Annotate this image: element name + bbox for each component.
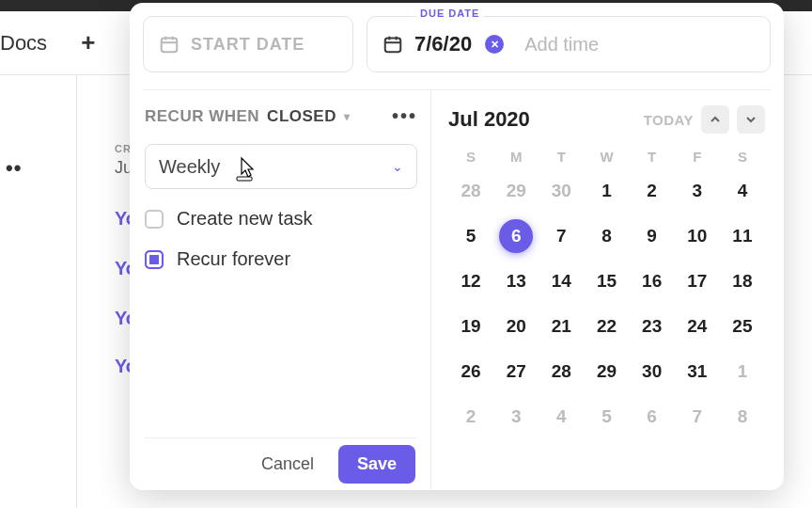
- cancel-button[interactable]: Cancel: [246, 447, 329, 482]
- calendar-day[interactable]: 2: [630, 181, 675, 201]
- calendar-day: 30: [539, 181, 584, 201]
- svg-rect-2: [237, 177, 252, 181]
- calendar-day[interactable]: 22: [584, 316, 629, 337]
- calendar-day[interactable]: 26: [448, 361, 493, 382]
- calendar-day: 2: [448, 406, 493, 427]
- calendar-day: 7: [675, 406, 720, 427]
- calendar-day[interactable]: 29: [584, 361, 629, 382]
- clear-due-date-button[interactable]: ✕: [485, 35, 504, 54]
- calendar-day: 5: [584, 406, 629, 427]
- recur-pane: RECUR WHEN CLOSED ▾ ••• Weekly ⌄ Create …: [143, 90, 430, 490]
- add-time-button[interactable]: Add time: [524, 34, 599, 56]
- recur-label: RECUR WHEN: [145, 107, 259, 126]
- left-gutter: [0, 75, 77, 508]
- calendar-day[interactable]: 18: [720, 271, 765, 292]
- calendar-day[interactable]: 5: [448, 226, 493, 246]
- calendar-day[interactable]: 19: [448, 316, 493, 337]
- frequency-select[interactable]: Weekly ⌄: [145, 144, 417, 189]
- next-month-button[interactable]: [737, 105, 765, 134]
- calendar-day[interactable]: 9: [630, 226, 675, 246]
- weekday-label: W: [584, 149, 629, 165]
- weekday-label: S: [720, 149, 765, 165]
- weekday-header: SMTWTFS: [448, 149, 765, 165]
- prev-month-button[interactable]: [701, 105, 729, 134]
- calendar-day[interactable]: 27: [493, 361, 539, 382]
- today-button[interactable]: TODAY: [644, 112, 694, 128]
- calendar-icon: [383, 34, 403, 55]
- calendar-day[interactable]: 11: [720, 226, 765, 246]
- add-icon[interactable]: +: [81, 28, 95, 57]
- start-date-field[interactable]: START DATE: [143, 16, 353, 72]
- calendar-day[interactable]: 6: [493, 226, 539, 246]
- calendar-day: 28: [448, 181, 493, 201]
- due-date-value: 7/6/20: [414, 32, 472, 56]
- recur-forever-label: Recur forever: [177, 248, 290, 270]
- calendar-day[interactable]: 15: [584, 271, 629, 292]
- calendar-day[interactable]: 14: [539, 271, 584, 292]
- recur-more-button[interactable]: •••: [392, 105, 417, 127]
- popup-footer: Cancel Save: [145, 437, 417, 490]
- weekday-label: S: [448, 149, 493, 165]
- start-date-placeholder: START DATE: [191, 35, 304, 55]
- weekday-label: T: [539, 149, 584, 165]
- calendar-day[interactable]: 17: [675, 271, 720, 292]
- frequency-value: Weekly: [159, 156, 220, 178]
- calendar-day[interactable]: 10: [675, 226, 720, 246]
- svg-rect-1: [385, 39, 401, 53]
- chevron-down-icon[interactable]: ▾: [344, 110, 351, 123]
- calendar-month: Jul 2020: [448, 107, 530, 132]
- date-recur-popup: START DATE DUE DATE 7/6/20 ✕ Add time RE…: [130, 3, 784, 490]
- more-icon[interactable]: ••: [6, 156, 22, 181]
- recur-forever-checkbox[interactable]: [145, 250, 164, 269]
- weekday-label: M: [493, 149, 539, 165]
- svg-rect-0: [162, 39, 178, 53]
- recur-trigger-value[interactable]: CLOSED: [267, 107, 336, 126]
- calendar-day[interactable]: 16: [630, 271, 675, 292]
- save-button[interactable]: Save: [338, 445, 415, 484]
- calendar-day[interactable]: 23: [630, 316, 675, 337]
- calendar-icon: [159, 34, 180, 55]
- calendar-day: 4: [539, 406, 584, 427]
- calendar-day[interactable]: 8: [584, 226, 629, 246]
- calendar-day[interactable]: 1: [584, 181, 629, 201]
- create-new-task-checkbox[interactable]: [145, 210, 164, 229]
- calendar-day: 6: [630, 406, 675, 427]
- calendar-day[interactable]: 25: [720, 316, 765, 337]
- calendar-day[interactable]: 21: [539, 316, 584, 337]
- create-new-task-label: Create new task: [177, 208, 313, 230]
- calendar-day[interactable]: 20: [493, 316, 539, 337]
- calendar-day[interactable]: 12: [448, 271, 493, 292]
- calendar-day[interactable]: 3: [675, 181, 720, 201]
- docs-tab[interactable]: Docs: [0, 31, 64, 56]
- due-date-label: DUE DATE: [416, 8, 483, 19]
- chevron-down-icon: ⌄: [392, 159, 403, 174]
- calendar-day[interactable]: 31: [675, 361, 720, 382]
- calendar-day[interactable]: 7: [539, 226, 584, 246]
- calendar-day[interactable]: 4: [720, 181, 765, 201]
- due-date-field[interactable]: DUE DATE 7/6/20 ✕ Add time: [367, 16, 771, 72]
- calendar-grid: 2829301234567891011121314151617181920212…: [448, 168, 765, 439]
- calendar-day[interactable]: 30: [630, 361, 675, 382]
- calendar-day: 3: [493, 406, 539, 427]
- cursor-icon: [234, 156, 257, 183]
- calendar-day[interactable]: 28: [539, 361, 584, 382]
- calendar-day: 8: [720, 406, 765, 427]
- calendar-day: 1: [720, 361, 765, 382]
- calendar-pane: Jul 2020 TODAY SMTWTFS 28293012345678910…: [430, 90, 771, 490]
- calendar-day[interactable]: 13: [493, 271, 539, 292]
- weekday-label: F: [675, 149, 720, 165]
- calendar-day[interactable]: 24: [675, 316, 720, 337]
- weekday-label: T: [630, 149, 675, 165]
- calendar-day: 29: [493, 181, 539, 201]
